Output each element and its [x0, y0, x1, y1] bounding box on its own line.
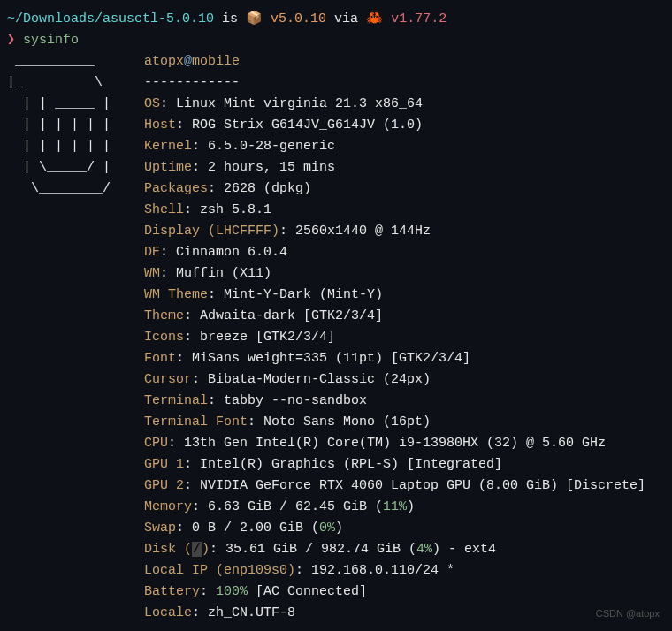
- battery-row: Battery: 100% [AC Connected]: [144, 582, 665, 603]
- info-label: Icons: [144, 330, 184, 345]
- info-label: OS: [144, 96, 160, 111]
- info-row: Kernel: 6.5.0-28-generic: [144, 136, 665, 157]
- info-row: Packages: 2628 (dpkg): [144, 179, 665, 200]
- info-row: GPU 2: NVIDIA GeForce RTX 4060 Laptop GP…: [144, 475, 665, 497]
- info-label: Cursor: [144, 372, 192, 387]
- crab-icon: 🦀: [366, 11, 391, 27]
- info-label: CPU: [144, 436, 168, 451]
- info-value: : 2628 (dpkg): [208, 181, 311, 196]
- memory-pct: 11%: [383, 499, 407, 514]
- info-row: CPU: 13th Gen Intel(R) Core(TM) i9-13980…: [144, 433, 665, 454]
- info-row: Icons: breeze [GTK2/3/4]: [144, 327, 665, 348]
- info-row: Terminal: tabby --no-sandbox: [144, 391, 665, 412]
- command-text: sysinfo: [23, 33, 79, 48]
- info-row: Shell: zsh 5.8.1: [144, 200, 665, 221]
- info-label: GPU 2: [144, 478, 184, 493]
- pkg-version: v5.0.10: [271, 11, 326, 27]
- prompt-line: ~/Downloads/asusctl-5.0.10 is 📦 v5.0.10 …: [7, 9, 665, 30]
- sysinfo-output: __________ |_ \ | | _____ | | | | | | | …: [7, 51, 665, 624]
- info-value: : ROG Strix G614JV_G614JV (1.0): [176, 118, 423, 133]
- info-value: : breeze [GTK2/3/4]: [184, 330, 335, 345]
- disk-row: Disk (/): 35.61 GiB / 982.74 GiB (4%) - …: [144, 539, 665, 560]
- info-row: Uptime: 2 hours, 15 mins: [144, 157, 665, 179]
- info-label: WM: [144, 266, 160, 281]
- info-row: OS: Linux Mint virginia 21.3 x86_64: [144, 94, 665, 115]
- info-row: Display (LHCFFFF): 2560x1440 @ 144Hz: [144, 221, 665, 242]
- info-label: Host: [144, 118, 176, 133]
- info-value: : 2 hours, 15 mins: [192, 160, 335, 175]
- info-row: GPU 1: Intel(R) Graphics (RPL-S) [Integr…: [144, 454, 665, 475]
- info-value: : zsh 5.8.1: [184, 202, 271, 217]
- info-value: : Muffin (X11): [160, 266, 271, 281]
- info-value: : MiSans weight=335 (11pt) [GTK2/3/4]: [176, 351, 470, 366]
- info-value: : 13th Gen Intel(R) Core(TM) i9-13980HX …: [168, 436, 606, 451]
- username: atopx: [144, 54, 184, 69]
- info-row: Cursor: Bibata-Modern-Classic (24px): [144, 369, 665, 391]
- info-row: DE: Cinnamon 6.0.4: [144, 242, 665, 263]
- info-row: WM: Muffin (X11): [144, 263, 665, 285]
- info-row: Font: MiSans weight=335 (11pt) [GTK2/3/4…: [144, 348, 665, 369]
- info-label: WM Theme: [144, 287, 208, 302]
- info-label: DE: [144, 245, 160, 260]
- info-label: Shell: [144, 202, 184, 217]
- info-label: Terminal Font: [144, 414, 248, 430]
- info-value: : Linux Mint virginia 21.3 x86_64: [160, 96, 423, 111]
- info-value: : Adwaita-dark [GTK2/3/4]: [184, 308, 383, 323]
- info-label: GPU 1: [144, 457, 184, 472]
- info-value: : Intel(R) Graphics (RPL-S) [Integrated]: [184, 457, 502, 472]
- watermark: CSDN @atopx: [596, 606, 660, 622]
- info-label: Kernel: [144, 139, 192, 154]
- info-column: atopx@mobile ------------ OS: Linux Mint…: [144, 51, 665, 624]
- info-row: WM Theme: Mint-Y-Dark (Mint-Y): [144, 285, 665, 306]
- info-row: Terminal Font: Noto Sans Mono (16pt): [144, 412, 665, 433]
- info-value: : 2560x1440 @ 144Hz: [279, 224, 431, 239]
- memory-row: Memory: 6.63 GiB / 62.45 GiB (11%): [144, 497, 665, 518]
- localip-row: Local IP (enp109s0): 192.168.0.110/24 *: [144, 560, 665, 582]
- user-host-line: atopx@mobile: [144, 51, 665, 72]
- prompt-path: ~/Downloads/asusctl-5.0.10: [7, 11, 214, 27]
- rust-version: v1.77.2: [391, 11, 447, 27]
- info-value: : Mint-Y-Dark (Mint-Y): [208, 287, 383, 302]
- info-value: : 6.5.0-28-generic: [192, 139, 335, 154]
- command-line[interactable]: ❯ sysinfo: [7, 30, 665, 51]
- info-label: Display (LHCFFFF): [144, 224, 279, 239]
- swap-row: Swap: 0 B / 2.00 GiB (0%): [144, 518, 665, 539]
- locale-row: Locale: zh_CN.UTF-8: [144, 603, 665, 624]
- info-value: : Cinnamon 6.0.4: [160, 245, 287, 260]
- separator: ------------: [144, 72, 665, 94]
- disk-pct: 4%: [416, 542, 432, 557]
- disk-mount: /: [192, 542, 202, 557]
- info-row: Theme: Adwaita-dark [GTK2/3/4]: [144, 306, 665, 327]
- info-value: : Bibata-Modern-Classic (24px): [192, 372, 431, 387]
- hostname: mobile: [192, 54, 240, 69]
- info-value: : Noto Sans Mono (16pt): [248, 414, 431, 430]
- package-icon: 📦: [246, 11, 271, 27]
- info-label: Terminal: [144, 393, 208, 408]
- ascii-logo: __________ |_ \ | | _____ | | | | | | | …: [7, 51, 144, 624]
- info-label: Theme: [144, 308, 184, 323]
- info-label: Font: [144, 351, 176, 366]
- info-label: Packages: [144, 181, 208, 196]
- info-value: : NVIDIA GeForce RTX 4060 Laptop GPU (8.…: [184, 478, 645, 493]
- info-row: Host: ROG Strix G614JV_G614JV (1.0): [144, 115, 665, 136]
- info-value: : tabby --no-sandbox: [208, 393, 367, 408]
- battery-pct: 100%: [216, 584, 248, 599]
- prompt-indicator: ❯: [7, 33, 23, 48]
- swap-pct: 0%: [319, 521, 335, 536]
- info-label: Uptime: [144, 160, 192, 175]
